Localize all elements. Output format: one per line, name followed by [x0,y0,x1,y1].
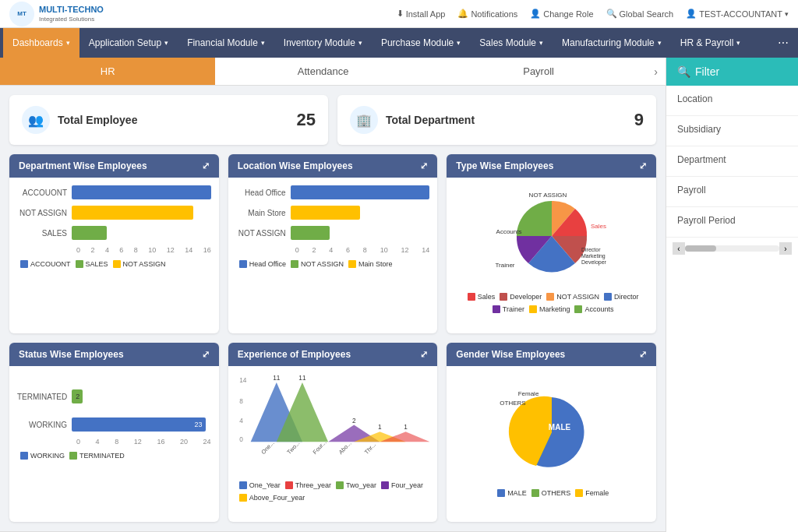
experience-expand-button[interactable]: ⤢ [420,349,428,360]
gender-wise-pie-container: MALE Female OTHERS MALE OTHERS Female [454,374,648,497]
legend-accouont: ACCOUONT [20,260,71,268]
tab-attendance[interactable]: Attendance [215,58,430,85]
pie-label-female-ext: Female [517,390,538,397]
change-role-action[interactable]: 👤 Change Role [530,9,593,19]
sidebar-subsidiary: Subsidiary [666,116,798,146]
nav-dashboards[interactable]: Dashboards ▾ [3,28,79,58]
svg-text:Two...: Two... [285,439,301,456]
legend-female: Female [575,489,609,497]
svg-text:14: 14 [239,376,246,384]
svg-text:Thr...: Thr... [363,441,377,456]
svg-text:1: 1 [404,423,408,431]
scroll-right-button[interactable]: › [779,242,792,255]
nav-inventory-module[interactable]: Inventory Module ▾ [274,28,372,58]
nav-manufacturing-module[interactable]: Manufacturing Module ▾ [553,28,671,58]
experience-title: Experience of Employees [238,349,351,360]
pie-slice-accounts [517,201,552,236]
sidebar-scrollbar-track [685,245,779,252]
department-icon: 🏢 [350,106,378,134]
account-action[interactable]: 👤 TEST-ACCOUNTANT ▾ [686,9,789,19]
nav-chevron-icon: ▾ [539,39,543,47]
nav-hr-payroll[interactable]: HR & Payroll ▾ [671,28,750,58]
svg-text:4: 4 [239,417,243,425]
experience-chart-body: 14 8 4 0 [228,366,438,522]
bar-row-not-assign: NOT ASSIGN [17,206,211,220]
charts-grid-row1: Department Wise Employees ⤢ ACCOUONT NOT… [0,154,666,343]
legend-sales-dept: SALES [76,260,108,268]
legend-director-type: Director [604,293,639,301]
sidebar: 🔍 Filter Location Subsidiary Department … [666,58,798,532]
sidebar-location: Location [666,86,798,116]
pie-label-dir: Director [581,247,601,252]
svg-text:8: 8 [239,397,243,405]
type-wise-title: Type Wise Employees [456,160,553,171]
legend-sales-type: Sales [468,293,496,301]
user-icon: 👤 [530,9,541,19]
legend-working: WORKING [20,452,65,460]
nav-purchase-module[interactable]: Purchase Module ▾ [372,28,470,58]
employee-icon: 👥 [22,106,50,134]
sidebar-department-label: Department [677,154,787,165]
scroll-left-button[interactable]: ‹ [673,242,685,255]
legend-not-assign-type: NOT ASSIGN [546,293,599,301]
bar-head-office [291,185,430,199]
legend-not-assign-dept: NOT ASSIGN [113,260,166,268]
tab-hr[interactable]: HR [0,58,215,85]
top-actions: ⬇ Install App 🔔 Notifications 👤 Change R… [397,9,789,19]
pie-label-male: MALE [548,423,570,432]
status-wise-x-axis: 04812162024 [17,438,211,446]
nav-bar: Dashboards ▾ Application Setup ▾ Financi… [0,28,798,58]
content-area: HR Attendance Payroll › 👥 Total Employee… [0,58,798,532]
nav-financial-module[interactable]: Financial Module ▾ [178,28,274,58]
gender-wise-chart-card: Gender Wise Employees ⤢ MALE [447,343,656,522]
legend-others: OTHERS [531,489,571,497]
dept-wise-chart-body: ACCOUONT NOT ASSIGN SALES [9,178,219,333]
bar-row-main-store: Main Store [236,206,430,220]
charts-grid-row2: Status Wise Employees ⤢ TERMINATED 2 [0,343,666,531]
type-wise-expand-button[interactable]: ⤢ [639,160,647,171]
bar-row-head-office: Head Office [236,185,430,199]
sidebar-payroll-period-label: Payroll Period [677,215,787,226]
total-employee-label: Total Employee [58,114,137,126]
gender-wise-pie-svg: MALE Female OTHERS [489,374,614,483]
total-department-label: Total Department [386,114,475,126]
nav-sales-module[interactable]: Sales Module ▾ [470,28,553,58]
legend-four-year: Four_year [381,481,423,489]
legend-not-assign-loc: NOT ASSIGN [291,260,344,268]
status-wise-legend: WORKING TERMINATED [17,452,211,460]
bar-not-assign [72,206,193,220]
dept-wise-x-axis: 0246810121416 [17,246,211,254]
install-app-action[interactable]: ⬇ Install App [397,9,446,19]
bar-row-sales: SALES [17,226,211,240]
bar-sales [72,226,107,240]
gender-wise-expand-button[interactable]: ⤢ [639,349,647,360]
nav-application-setup[interactable]: Application Setup ▾ [79,28,178,58]
global-search-action[interactable]: 🔍 Global Search [606,9,674,19]
account-chevron-icon: ▾ [785,10,789,18]
experience-area-chart: 14 8 4 0 [236,374,430,475]
dept-wise-legend: ACCOUONT SALES NOT ASSIGN [17,260,211,268]
notifications-action[interactable]: 🔔 Notifications [457,9,517,19]
tabs-row: HR Attendance Payroll › [0,58,666,86]
sidebar-scrollbar-thumb[interactable] [685,245,716,252]
status-wise-title: Status Wise Employees [19,349,124,360]
bar-row-accouont: ACCOUONT [17,185,211,199]
pie-label-others-ext: OTHERS [500,400,525,407]
total-department-left: 🏢 Total Department [350,106,475,134]
top-bar: MT MULTI-TECHNO Integrated Solutions ⬇ I… [0,0,798,28]
location-wise-expand-button[interactable]: ⤢ [420,160,428,171]
legend-trainer-type: Trainer [493,305,524,313]
status-wise-chart-body: TERMINATED 2 WORKING 23 [9,366,219,522]
status-wise-expand-button[interactable]: ⤢ [202,349,210,360]
dept-wise-expand-button[interactable]: ⤢ [202,160,210,171]
legend-accounts-type: Accounts [574,305,613,313]
sidebar-payroll: Payroll [666,177,798,207]
gender-wise-chart-header: Gender Wise Employees ⤢ [447,343,656,366]
search-icon: 🔍 [606,9,617,19]
nav-more-button[interactable]: ⋯ [772,37,795,49]
tab-next-button[interactable]: › [646,59,666,84]
gender-wise-chart-body: MALE Female OTHERS MALE OTHERS Female [447,366,656,522]
sidebar-payroll-period: Payroll Period [666,207,798,238]
tab-payroll[interactable]: Payroll [431,58,646,85]
svg-text:11: 11 [273,374,280,382]
